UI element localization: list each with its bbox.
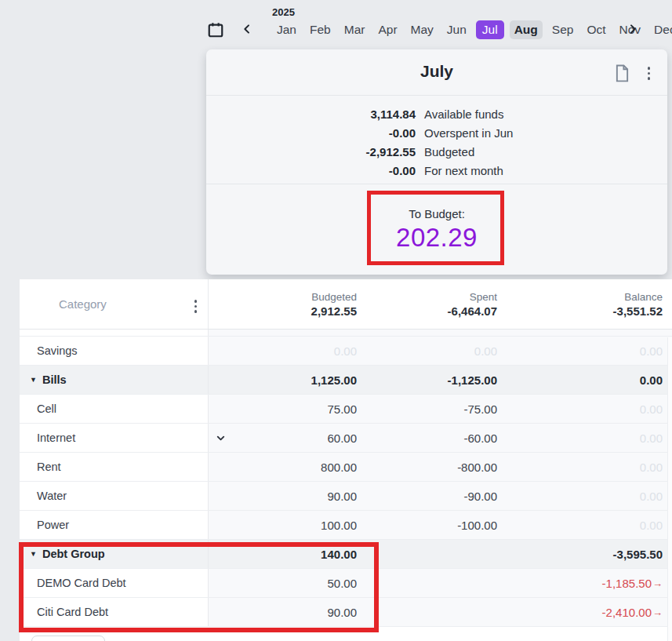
budgeted-cell[interactable]: 90.00 [209, 482, 357, 510]
balance-cell[interactable]: -3,595.50 [497, 540, 663, 568]
balance-value: 0.00 [640, 432, 663, 445]
category-cell[interactable]: Internet [20, 424, 209, 452]
spent-cell[interactable]: -75.00 [357, 395, 497, 423]
budgeted-cell[interactable]: 800.00 [209, 453, 357, 481]
budgeted-cell[interactable]: 90.00 [209, 598, 357, 626]
spent-cell[interactable] [357, 569, 497, 597]
category-cell[interactable]: Power [20, 511, 209, 539]
budgeted-cell[interactable]: 1,125.00 [209, 366, 357, 394]
spent-cell[interactable]: -60.00 [357, 424, 497, 452]
spent-value: -800.00 [457, 461, 497, 474]
spent-cell[interactable]: 0.00 [357, 337, 497, 365]
collapse-triangle-icon[interactable]: ▼ [30, 550, 37, 558]
month-item-jul[interactable]: Jul [476, 20, 504, 39]
notes-icon[interactable] [615, 64, 630, 82]
calendar-icon[interactable] [207, 21, 224, 38]
category-cell[interactable]: Water [20, 482, 209, 510]
budgeted-cell[interactable]: 60.00 [209, 424, 357, 452]
table-row: Rent800.00-800.000.00 [20, 453, 672, 482]
budgeted-cell[interactable]: 0.00 [209, 337, 357, 365]
balance-cell[interactable]: 0.00 [497, 511, 663, 539]
budgeted-cell[interactable]: 75.00 [209, 395, 357, 423]
summary-amount: -0.00 [206, 126, 416, 140]
budgeted-value: 140.00 [321, 548, 357, 561]
category-cell[interactable]: Citi Card Debt [20, 598, 209, 626]
month-item-sep[interactable]: Sep [548, 20, 578, 39]
spent-cell[interactable] [357, 598, 497, 626]
month-item-mar[interactable]: Mar [340, 20, 369, 39]
summary-row: -0.00Overspent in Jun [206, 123, 667, 142]
month-item-jun[interactable]: Jun [443, 20, 470, 39]
next-month-button[interactable] [627, 22, 639, 36]
category-cell[interactable]: Savings [20, 337, 209, 365]
balance-value: -1,185.50 [602, 577, 652, 590]
spent-value: -75.00 [463, 402, 497, 416]
balance-value: 0.00 [640, 461, 663, 474]
balance-value: -2,410.00 [602, 606, 652, 619]
spent-value: -1,125.00 [448, 373, 497, 387]
balance-value: 0.00 [640, 373, 663, 387]
spent-cell[interactable] [357, 540, 497, 568]
category-name: Bills [42, 373, 67, 386]
category-name: Citi Card Debt [37, 606, 108, 618]
summary-label: Available funds [424, 107, 503, 121]
budgeted-column-header[interactable]: Budgeted 2,912.55 [209, 279, 357, 329]
summary-label: For next month [424, 164, 503, 177]
balance-column-header[interactable]: Balance -3,551.52 [497, 279, 663, 329]
panel-month-title: July [206, 62, 667, 81]
budgeted-total: 2,912.55 [311, 304, 357, 318]
previous-month-button[interactable] [241, 22, 253, 36]
budgeted-cell[interactable]: 140.00 [209, 540, 357, 568]
month-item-jan[interactable]: Jan [273, 20, 300, 39]
budget-table: Category Budgeted 2,912.55 Spent -6,464.… [20, 279, 672, 641]
balance-cell[interactable]: 0.00 [497, 424, 663, 452]
to-budget-amount[interactable]: 202.29 [396, 223, 478, 253]
collapse-triangle-icon[interactable]: ▼ [30, 376, 37, 384]
category-cell[interactable]: Rent [20, 453, 209, 481]
budgeted-value: 90.00 [327, 490, 357, 503]
balance-cell[interactable]: -1,185.50→ [497, 569, 663, 597]
balance-cell[interactable]: 0.00 [497, 395, 663, 423]
spent-column-header[interactable]: Spent -6,464.07 [357, 279, 497, 329]
category-cell[interactable]: Cell [20, 395, 209, 423]
spent-label: Spent [470, 291, 497, 303]
summary-label: Budgeted [424, 145, 474, 158]
budgeted-cell[interactable]: 50.00 [209, 569, 357, 597]
add-group-button[interactable] [31, 636, 105, 641]
category-name: Rent [37, 461, 61, 473]
budget-app: 2025 JanFebMarAprMayJunJulAugSepOctNovDe… [0, 0, 672, 641]
category-name: Power [37, 519, 69, 531]
summary-label: Overspent in Jun [424, 126, 513, 140]
month-item-apr[interactable]: Apr [374, 20, 401, 39]
category-cell[interactable]: DEMO Card Debt [20, 569, 209, 597]
category-cell[interactable]: ▼Bills [20, 366, 209, 394]
panel-menu-icon[interactable] [648, 67, 651, 80]
month-item-feb[interactable]: Feb [306, 20, 335, 39]
balance-cell[interactable]: 0.00 [497, 482, 663, 510]
table-row: ▼Debt Group140.00-3,595.50 [20, 540, 672, 569]
budgeted-value: 800.00 [321, 461, 357, 474]
goal-arrow-icon: → [652, 606, 663, 618]
month-item-oct[interactable]: Oct [583, 20, 609, 39]
spent-cell[interactable]: -1,125.00 [357, 366, 497, 394]
balance-cell[interactable]: 0.00 [497, 453, 663, 481]
month-item-may[interactable]: May [407, 20, 438, 39]
to-budget-label: To Budget: [409, 207, 465, 220]
month-item-dec[interactable]: Dec [650, 20, 672, 39]
category-name: Internet [37, 432, 75, 444]
chevron-down-icon[interactable] [215, 432, 227, 444]
balance-cell[interactable]: 0.00 [497, 366, 663, 394]
balance-cell[interactable]: -2,410.00→ [497, 598, 663, 626]
category-name: Cell [37, 402, 56, 415]
table-menu-icon[interactable] [194, 300, 198, 313]
balance-cell[interactable]: 0.00 [497, 337, 663, 365]
budgeted-value: 90.00 [327, 606, 357, 619]
category-cell[interactable]: ▼Debt Group [20, 540, 209, 568]
spent-cell[interactable]: -800.00 [357, 453, 497, 481]
month-item-aug[interactable]: Aug [510, 20, 543, 39]
budgeted-cell[interactable]: 100.00 [209, 511, 357, 539]
spent-cell[interactable]: -90.00 [357, 482, 497, 510]
spent-cell[interactable]: -100.00 [357, 511, 497, 539]
budgeted-value: 75.00 [327, 402, 357, 416]
category-header-label[interactable]: Category [59, 297, 107, 311]
